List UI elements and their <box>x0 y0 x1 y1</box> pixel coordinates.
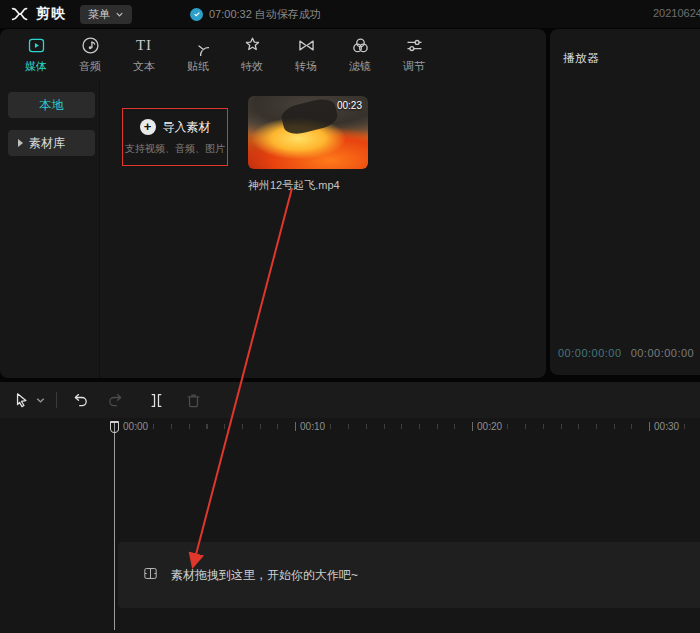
tab-filter-label: 滤镜 <box>349 59 371 74</box>
cursor-dropdown-chevron[interactable] <box>35 395 46 406</box>
playhead-line[interactable] <box>114 422 115 630</box>
tab-adjust-label: 调节 <box>403 59 425 74</box>
tab-sticker-label: 贴纸 <box>187 59 209 74</box>
capcut-logo-icon <box>10 5 30 23</box>
adjust-icon <box>404 34 425 56</box>
tab-sticker[interactable]: 贴纸 <box>171 34 225 74</box>
player-time-display: 00:00:00:00 00:00:00:00 <box>558 347 694 359</box>
media-icon <box>26 34 47 56</box>
transition-icon <box>296 34 317 56</box>
effects-icon <box>242 34 263 56</box>
sidebar-item-library[interactable]: 素材库 <box>8 130 95 156</box>
capcut-window: 剪映 菜单 07:00:32 自动保存成功 202106240 媒体 <box>0 0 700 633</box>
film-strip-icon <box>142 565 159 586</box>
tab-transition[interactable]: 转场 <box>279 34 333 74</box>
timeline-ruler[interactable]: 00:00 00:10 00:20 00:30 <box>0 418 700 440</box>
player-title: 播放器 <box>563 50 599 67</box>
media-panel: 媒体 音频 TI 文本 贴纸 <box>0 29 546 378</box>
sidebar-item-library-label: 素材库 <box>29 135 65 152</box>
ruler-minor-ticks <box>118 424 700 429</box>
delete-button[interactable] <box>184 391 203 410</box>
sidebar-item-local[interactable]: 本地 <box>8 92 95 118</box>
ruler-label-3: 00:30 <box>649 421 679 432</box>
toolbar-divider <box>56 392 57 408</box>
import-hint: 支持视频、音频、图片 <box>125 142 225 156</box>
tab-effects[interactable]: 特效 <box>225 34 279 74</box>
timeline-empty-hint: 素材拖拽到这里，开始你的大作吧~ <box>171 567 358 584</box>
autosave-text: 07:00:32 自动保存成功 <box>209 7 321 22</box>
ruler-label-0: 00:00 <box>118 421 148 432</box>
plus-icon: + <box>140 119 156 135</box>
timeline-panel: 00:00 00:10 00:20 00:30 素材拖拽到这里，开始你的大作吧~ <box>0 382 700 633</box>
menu-button-label: 菜单 <box>88 7 110 22</box>
autosave-status: 07:00:32 自动保存成功 <box>190 7 321 22</box>
sticker-icon <box>188 34 209 56</box>
player-panel: 播放器 00:00:00:00 00:00:00:00 <box>550 29 700 375</box>
text-icon: TI <box>136 34 152 56</box>
split-button[interactable] <box>147 391 166 410</box>
video-thumbnail[interactable]: 00:23 <box>248 96 368 169</box>
player-current-time: 00:00:00:00 <box>558 347 622 359</box>
video-clip-card[interactable]: 00:23 神州12号起飞.mp4 <box>248 96 368 193</box>
media-sidebar: 本地 素材库 <box>0 79 100 378</box>
select-cursor-button[interactable] <box>12 391 31 410</box>
ruler-label-2: 00:20 <box>472 421 502 432</box>
menu-button[interactable]: 菜单 <box>80 5 132 24</box>
player-total-time: 00:00:00:00 <box>631 347 695 359</box>
tab-text-label: 文本 <box>133 59 155 74</box>
chevron-down-icon <box>115 10 124 19</box>
tab-transition-label: 转场 <box>295 59 317 74</box>
top-bar: 剪映 菜单 07:00:32 自动保存成功 202106240 <box>0 0 700 28</box>
filter-icon <box>350 34 371 56</box>
tab-media-label: 媒体 <box>25 59 47 74</box>
media-tabbar: 媒体 音频 TI 文本 贴纸 <box>0 29 546 79</box>
timeline-drop-zone[interactable]: 素材拖拽到这里，开始你的大作吧~ <box>118 542 700 608</box>
tab-media[interactable]: 媒体 <box>9 34 63 74</box>
tab-audio[interactable]: 音频 <box>63 34 117 74</box>
import-label: 导入素材 <box>163 119 211 136</box>
media-body: 本地 素材库 + 导入素材 支持视频、音频、图片 00:23 神州12号起飞.m… <box>0 79 546 378</box>
ruler-label-1: 00:10 <box>295 421 325 432</box>
audio-icon <box>80 34 101 56</box>
project-id: 202106240 <box>653 7 700 19</box>
app-name: 剪映 <box>36 5 66 23</box>
autosave-check-icon <box>190 8 203 21</box>
expand-triangle-icon <box>18 139 23 147</box>
tab-filter[interactable]: 滤镜 <box>333 34 387 74</box>
video-duration-badge: 00:23 <box>337 100 362 111</box>
import-material-button[interactable]: + 导入素材 支持视频、音频、图片 <box>122 108 228 166</box>
playhead-handle[interactable] <box>110 421 119 433</box>
timeline-toolbar <box>0 382 700 418</box>
tab-audio-label: 音频 <box>79 59 101 74</box>
tab-adjust[interactable]: 调节 <box>387 34 441 74</box>
video-filename: 神州12号起飞.mp4 <box>248 178 368 193</box>
app-logo: 剪映 <box>0 5 66 23</box>
tab-text[interactable]: TI 文本 <box>117 34 171 74</box>
tab-effects-label: 特效 <box>241 59 263 74</box>
redo-button[interactable] <box>106 391 125 410</box>
undo-button[interactable] <box>71 391 90 410</box>
